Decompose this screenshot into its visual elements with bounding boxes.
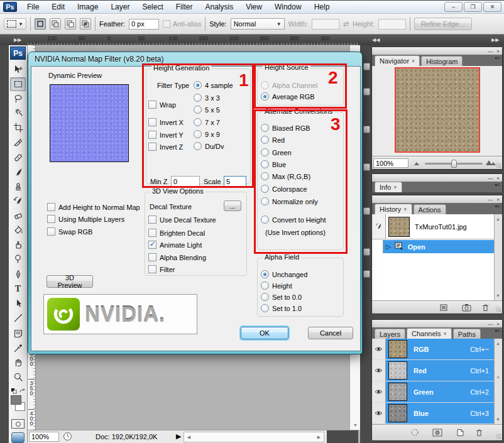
scroll-up-icon[interactable]: ▲ [493, 339, 503, 348]
scroll-down-icon[interactable]: ▼ [493, 415, 503, 424]
subtract-from-selection-button[interactable] [65, 18, 76, 30]
visibility-eye-icon[interactable] [372, 339, 386, 359]
restore-button[interactable]: ❐ [464, 2, 482, 12]
alpha-blending-checkbox[interactable]: Alpha Blending [148, 253, 206, 261]
zoom-tool[interactable] [10, 370, 26, 384]
path-selection-tool[interactable] [10, 297, 26, 310]
scroll-down-icon[interactable]: ▼ [493, 291, 503, 300]
panel-menu-icon[interactable]: ▾≡ [495, 329, 500, 334]
swap-colors-icon[interactable] [9, 386, 28, 395]
snapshot-name[interactable]: TxMuroTut01.jpg [415, 223, 467, 231]
toolbar-collapse-icon[interactable]: ▶▶ [14, 37, 21, 43]
zoom-in-icon[interactable] [485, 158, 496, 167]
panel-menu-icon[interactable]: ▾≡ [495, 183, 500, 188]
history-scrollbar[interactable]: ▲ ▼ [494, 214, 502, 300]
close-button[interactable]: ✕ [483, 2, 501, 12]
set-to-1-radio[interactable]: Set to 1.0 [261, 304, 302, 312]
channel-row-rgb[interactable]: RGB Ctrl+~ [372, 339, 494, 359]
unchanged-radio[interactable]: Unchanged [261, 270, 307, 278]
pen-tool[interactable] [10, 268, 26, 282]
scrollbar-thumb[interactable]: ≡ [493, 373, 503, 382]
delete-channel-icon[interactable] [473, 427, 485, 437]
resize-grip[interactable] [496, 434, 501, 439]
feather-input[interactable] [129, 19, 159, 30]
screen-mode-button[interactable] [11, 432, 25, 443]
menu-help[interactable]: Help [308, 1, 336, 13]
menu-image[interactable]: Image [71, 1, 104, 13]
collapsed-panel-button[interactable] [363, 63, 370, 70]
browse-decal-button[interactable]: ... [224, 200, 241, 211]
add-height-checkbox[interactable]: Add Height to Normal Map [47, 203, 140, 211]
panel-minimize-icon[interactable]: — [488, 197, 493, 202]
radio-icon[interactable] [261, 293, 269, 301]
tab-paths[interactable]: Paths [453, 329, 481, 339]
load-selection-icon[interactable] [408, 427, 421, 437]
smudge-tool[interactable] [10, 238, 26, 251]
rectangular-marquee-tool[interactable] [10, 77, 26, 91]
channel-row-red[interactable]: Red Ctrl+1 [372, 360, 494, 381]
tab-layers[interactable]: Layers [375, 329, 405, 339]
tool-preset-picker[interactable]: ▼ [4, 18, 26, 30]
set-to-0-radio[interactable]: Set to 0.0 [261, 293, 302, 301]
line-tool[interactable] [10, 311, 26, 325]
panel-close-icon[interactable]: × [496, 48, 500, 54]
minimize-button[interactable]: – [444, 2, 463, 12]
horizontal-scrollbar[interactable]: ◀ ▶ [184, 432, 324, 442]
zoom-out-icon[interactable] [414, 160, 422, 167]
eraser-tool[interactable] [10, 209, 26, 222]
navigator-proxy-preview[interactable] [395, 67, 480, 153]
channel-row-blue[interactable]: Blue Ctrl+3 [372, 403, 494, 424]
tab-histogram[interactable]: Histogram [421, 56, 463, 66]
swap-rgb-checkbox[interactable]: Swap RGB [47, 227, 92, 236]
menu-file[interactable]: File [21, 1, 45, 13]
add-to-selection-button[interactable] [50, 18, 61, 30]
eyedropper-tool[interactable] [10, 341, 26, 355]
radio-icon[interactable] [261, 304, 269, 312]
checkbox-icon[interactable] [47, 203, 55, 211]
channel-thumbnail[interactable] [388, 340, 407, 358]
scroll-down-icon[interactable]: ▼ [351, 420, 360, 430]
spot-healing-brush-tool[interactable] [10, 151, 26, 165]
channel-row-green[interactable]: Green Ctrl+2 [372, 381, 494, 402]
panel-menu-icon[interactable]: ▾≡ [495, 56, 500, 61]
type-tool[interactable]: T [10, 282, 26, 296]
channel-thumbnail[interactable] [388, 383, 407, 401]
checkbox-icon[interactable] [148, 253, 156, 261]
checkbox-icon[interactable] [148, 265, 156, 273]
style-dropdown[interactable]: Normal ▼ [231, 18, 285, 30]
navigator-zoom-input[interactable] [373, 158, 408, 168]
scroll-up-icon[interactable]: ▲ [493, 214, 503, 224]
panel-close-icon[interactable]: × [496, 197, 500, 202]
quick-mask-toggle[interactable] [11, 419, 25, 429]
menu-window[interactable]: Window [268, 1, 308, 13]
zoom-slider-thumb[interactable] [451, 160, 457, 168]
delete-state-icon[interactable] [479, 302, 491, 312]
brush-tool[interactable] [10, 165, 26, 179]
menu-analysis[interactable]: Analysis [199, 1, 239, 13]
radio-icon[interactable] [261, 270, 269, 278]
new-snapshot-icon[interactable] [460, 302, 473, 312]
multiple-layers-checkbox[interactable]: Using Multiple Layers [47, 215, 124, 223]
history-state-open[interactable]: ▷ Open [372, 240, 494, 253]
checkbox-icon[interactable] [47, 215, 55, 223]
checkbox-icon[interactable] [47, 227, 55, 236]
save-selection-as-channel-icon[interactable] [431, 427, 444, 437]
menu-layer[interactable]: Layer [104, 1, 136, 13]
visibility-eye-icon[interactable] [372, 360, 386, 381]
height-radio[interactable]: Height [261, 282, 292, 290]
collapsed-panel-button[interactable] [363, 270, 370, 278]
use-decal-texture-checkbox[interactable]: Use Decal Texture [148, 216, 216, 224]
collapsed-panel-button[interactable] [363, 248, 370, 256]
panel-minimize-icon[interactable]: — [488, 321, 493, 327]
visibility-eye-icon[interactable] [372, 381, 386, 402]
panel-close-icon[interactable]: × [496, 175, 500, 181]
dodge-tool[interactable] [10, 252, 26, 266]
scroll-right-icon[interactable]: ▶ [314, 432, 324, 442]
tab-close-icon[interactable]: × [393, 184, 397, 190]
status-flyout-icon[interactable]: ▶ [176, 432, 181, 440]
lasso-tool[interactable] [10, 92, 26, 106]
dock-collapse-left-icon[interactable]: ◀◀ [372, 37, 380, 43]
3d-preview-button[interactable]: 3D Preview [47, 275, 93, 288]
slice-tool[interactable] [10, 135, 26, 149]
dock-collapse-right-icon[interactable]: ▶▶ [491, 37, 499, 43]
